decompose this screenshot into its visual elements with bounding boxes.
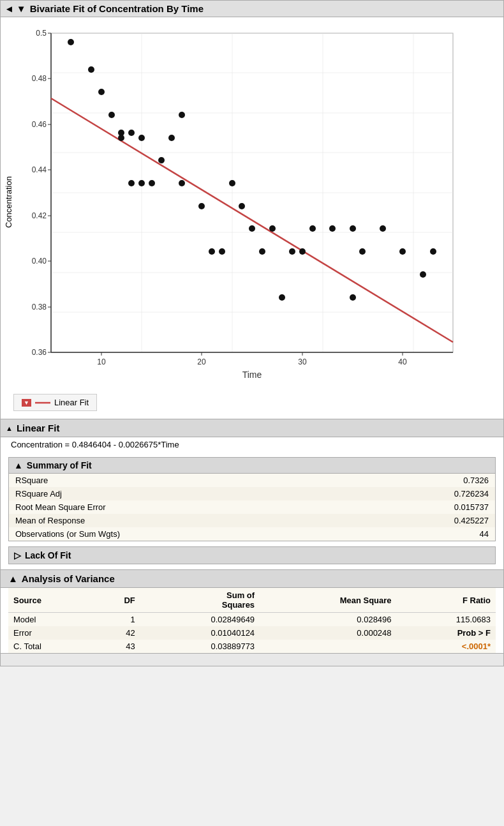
svg-text:0.46: 0.46: [32, 120, 47, 129]
svg-point-76: [430, 248, 436, 255]
anova-df: 1: [93, 613, 140, 627]
summary-label: Root Mean Square Error: [9, 500, 355, 514]
svg-point-47: [118, 135, 124, 141]
svg-point-43: [88, 66, 94, 73]
anova-df: 43: [93, 640, 140, 653]
anova-ms: [260, 640, 396, 653]
lack-triangle[interactable]: ▷: [14, 550, 21, 560]
lack-title: Lack Of Fit: [25, 550, 71, 560]
legend-bar[interactable]: ▼ Linear Fit: [13, 394, 97, 411]
anova-fr-orange: <.0001*: [397, 640, 496, 653]
svg-text:40: 40: [398, 357, 407, 366]
collapse-icon[interactable]: ◄: [4, 3, 14, 14]
anova-triangle[interactable]: ▲: [8, 573, 18, 584]
anova-col-source: Source: [8, 588, 93, 613]
svg-text:0.40: 0.40: [32, 257, 47, 266]
anova-header[interactable]: ▲ Analysis of Variance: [1, 570, 503, 588]
lack-header[interactable]: ▷ Lack Of Fit: [9, 547, 495, 564]
summary-header[interactable]: ▲ Summary of Fit: [9, 458, 495, 474]
svg-point-56: [179, 180, 185, 186]
summary-value: 44: [355, 527, 495, 541]
svg-text:30: 30: [298, 357, 307, 366]
svg-point-55: [179, 112, 185, 118]
scatter-chart: 0.5 0.48 0.46 0.44 0.42 0.40: [16, 24, 469, 381]
lack-of-fit-section: ▷ Lack Of Fit: [8, 546, 496, 564]
y-axis-label: Concentration: [1, 24, 16, 381]
svg-point-60: [229, 180, 235, 186]
linear-fit-section: ▲ Linear Fit Concentration = 0.4846404 -…: [1, 419, 503, 564]
svg-point-58: [209, 248, 215, 255]
summary-value: 0.425227: [355, 514, 495, 527]
legend-container: ▼ Linear Fit: [1, 387, 503, 419]
svg-point-45: [108, 112, 115, 118]
anova-prob-label: Prob > F: [397, 626, 496, 640]
anova-df: 42: [93, 626, 140, 640]
svg-point-64: [269, 225, 276, 232]
svg-point-65: [279, 294, 285, 301]
svg-point-53: [158, 157, 165, 163]
summary-triangle[interactable]: ▲: [14, 460, 23, 470]
svg-text:0.44: 0.44: [32, 165, 47, 174]
svg-point-67: [299, 248, 306, 255]
summary-label: RSquare Adj: [9, 487, 355, 500]
anova-row: Model 1 0.02849649 0.028496 115.0683: [8, 613, 496, 627]
svg-point-52: [149, 180, 155, 186]
anova-source: Error: [8, 626, 93, 640]
svg-text:0.38: 0.38: [32, 303, 47, 312]
summary-row: Mean of Response 0.425227: [9, 514, 495, 527]
svg-point-69: [329, 225, 336, 232]
linear-fit-header[interactable]: ▲ Linear Fit: [1, 419, 503, 437]
summary-table: RSquare 0.7326 RSquare Adj 0.726234 Root…: [9, 474, 495, 541]
summary-label: RSquare: [9, 474, 355, 487]
svg-point-75: [420, 271, 426, 278]
svg-point-42: [68, 39, 74, 45]
summary-row: RSquare Adj 0.726234: [9, 487, 495, 500]
anova-col-ms: Mean Square: [260, 588, 396, 613]
svg-text:20: 20: [197, 357, 206, 366]
summary-of-fit-section: ▲ Summary of Fit RSquare 0.7326 RSquare …: [8, 457, 496, 541]
panel-header[interactable]: ◄ ▼ Bivariate Fit of Concentration By Ti…: [1, 1, 503, 17]
anova-col-df: DF: [93, 588, 140, 613]
summary-row: RSquare 0.7326: [9, 474, 495, 487]
anova-title: Analysis of Variance: [22, 573, 115, 584]
svg-point-61: [239, 203, 245, 209]
legend-line-icon: [35, 399, 50, 407]
main-panel: ◄ ▼ Bivariate Fit of Concentration By Ti…: [0, 0, 504, 666]
anova-ms: 0.028496: [260, 613, 396, 627]
svg-point-71: [350, 294, 356, 301]
anova-row: Error 42 0.01040124 0.000248 Prob > F: [8, 626, 496, 640]
svg-point-50: [138, 135, 145, 141]
summary-value: 0.726234: [355, 487, 495, 500]
summary-value: 0.7326: [355, 474, 495, 487]
linear-fit-triangle[interactable]: ▲: [6, 424, 13, 432]
panel-title: Bivariate Fit of Concentration By Time: [30, 3, 204, 14]
anova-row: C. Total 43 0.03889773 <.0001*: [8, 640, 496, 653]
svg-point-73: [380, 225, 386, 232]
summary-label: Mean of Response: [9, 514, 355, 527]
svg-text:10: 10: [97, 357, 106, 366]
svg-point-66: [289, 248, 295, 255]
linear-fit-title: Linear Fit: [17, 423, 60, 433]
summary-value: 0.015737: [355, 500, 495, 514]
formula-text: Concentration = 0.4846404 - 0.0026675*Ti…: [11, 440, 179, 449]
anova-section: ▲ Analysis of Variance Source DF Sum ofS…: [1, 569, 503, 653]
anova-ms: 0.000248: [260, 626, 396, 640]
legend-dropdown-icon[interactable]: ▼: [22, 399, 31, 407]
svg-point-59: [219, 248, 225, 255]
anova-fr: 115.0683: [397, 613, 496, 627]
anova-source: Model: [8, 613, 93, 627]
summary-row: Observations (or Sum Wgts) 44: [9, 527, 495, 541]
svg-point-70: [350, 225, 356, 232]
dropdown-arrow[interactable]: ▼: [17, 3, 26, 14]
svg-text:0.48: 0.48: [32, 74, 47, 83]
svg-point-48: [128, 130, 135, 136]
summary-row: Root Mean Square Error 0.015737: [9, 500, 495, 514]
summary-title: Summary of Fit: [27, 460, 92, 470]
anova-source: C. Total: [8, 640, 93, 653]
anova-col-ss: Sum ofSquares: [140, 588, 260, 613]
svg-point-72: [359, 248, 366, 255]
svg-text:0.42: 0.42: [32, 211, 47, 220]
legend-label: Linear Fit: [54, 398, 89, 407]
svg-point-62: [249, 225, 255, 232]
svg-point-74: [399, 248, 406, 255]
